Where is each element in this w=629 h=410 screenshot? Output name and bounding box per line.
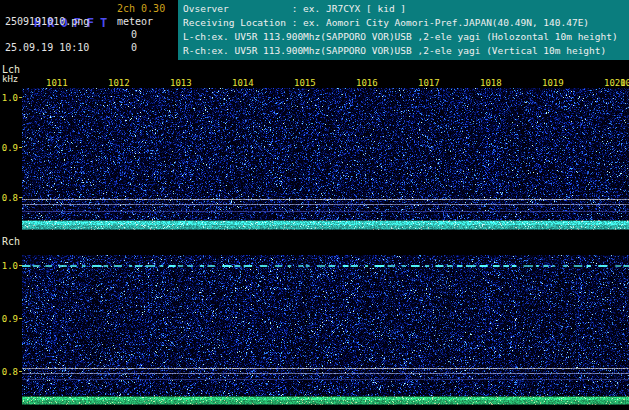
khz-unit-label: kHz xyxy=(2,74,18,84)
station-info-panel: Ovserver : ex. JR7CYX [ kid ] Receiving … xyxy=(178,0,629,60)
time-label: 1018 xyxy=(480,78,502,88)
logo-letter: T xyxy=(100,16,107,30)
time-label: 1016 xyxy=(356,78,378,88)
freq-label: 0.9 xyxy=(1,314,18,324)
timestamp: 25.09.19 10:10 xyxy=(5,42,89,53)
hrofft-screen: HROFFT 2ch 0.30 2509191010.png meteor 0 … xyxy=(0,0,629,410)
freq-label: 0.9 xyxy=(1,143,18,153)
freq-label: 0.8 xyxy=(1,193,18,203)
rch-spectrogram xyxy=(22,255,629,405)
meteor-count-1: 0 xyxy=(115,29,137,40)
time-label: 1013 xyxy=(170,78,192,88)
app-version: 2ch 0.30 xyxy=(117,3,165,14)
rch-receiver-line: R-ch:ex. UV5R 113.900Mhz(SAPPORO VOR)USB… xyxy=(183,44,629,58)
location-line: Receiving Location : ex. Aomori City Aom… xyxy=(183,16,629,30)
time-label: 1015 xyxy=(294,78,316,88)
observer-line: Ovserver : ex. JR7CYX [ kid ] xyxy=(183,2,629,16)
meteor-count-2: 0 xyxy=(115,42,137,53)
time-label: 10 xyxy=(620,78,629,88)
time-label: 1019 xyxy=(542,78,564,88)
freq-label: 1.0 xyxy=(1,93,18,103)
lch-receiver-line: L-ch:ex. UV5R 113.900Mhz(SAPPORO VOR)USB… xyxy=(183,30,629,44)
time-label: 1014 xyxy=(232,78,254,88)
time-label: 1011 xyxy=(46,78,68,88)
time-label: 1012 xyxy=(108,78,130,88)
freq-label: 1.0 xyxy=(1,261,18,271)
freq-label: 0.8 xyxy=(1,367,18,377)
rch-label: Rch xyxy=(2,236,20,247)
output-filename: 2509191010.png xyxy=(5,16,89,27)
lch-spectrogram xyxy=(22,88,629,230)
meteor-counter-label: meteor xyxy=(117,16,153,27)
time-label: 1017 xyxy=(418,78,440,88)
